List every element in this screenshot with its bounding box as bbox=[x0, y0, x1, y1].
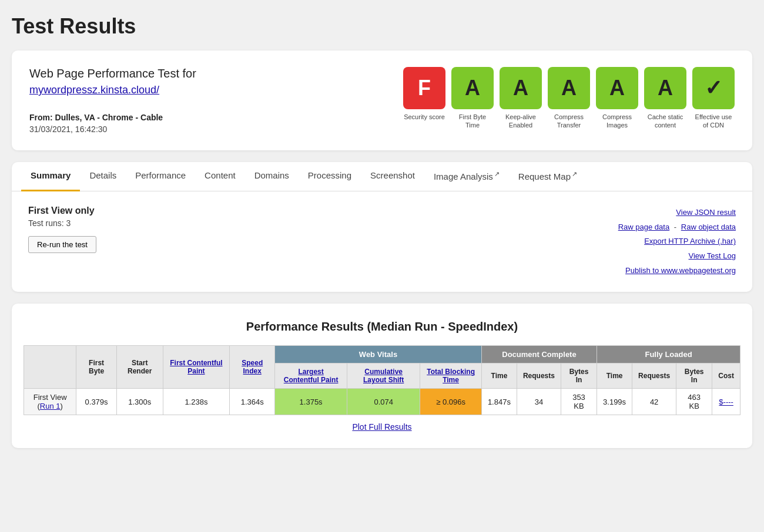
start-render-header: Start Render bbox=[116, 346, 163, 389]
tab-performance[interactable]: Performance bbox=[126, 162, 195, 191]
fully-loaded-header: Fully Loaded bbox=[597, 346, 740, 363]
grade-label-compress-images: Compress Images bbox=[596, 113, 638, 130]
separator: - bbox=[674, 223, 676, 231]
publish-link[interactable]: Publish to www.webpagetest.org bbox=[625, 266, 736, 275]
row-cell-13[interactable]: $---- bbox=[712, 389, 740, 415]
dc-time-header: Time bbox=[481, 363, 517, 389]
row-cell-1: 1.300s bbox=[116, 389, 163, 415]
grade-item-first-byte-time: AFirst Byte Time bbox=[451, 67, 494, 130]
grade-item-compress-images: ACompress Images bbox=[596, 67, 638, 130]
cls-header[interactable]: Cumulative Layout Shift bbox=[347, 363, 420, 389]
grade-label-cache-static: Cache static content bbox=[644, 113, 686, 130]
fl-time-header: Time bbox=[597, 363, 632, 389]
site-url-link[interactable]: mywordpressz.kinsta.cloud/ bbox=[29, 84, 159, 96]
grade-box-keep-alive: A bbox=[500, 67, 542, 109]
test-runs-label: Test runs: bbox=[28, 218, 64, 228]
tab-details[interactable]: Details bbox=[80, 162, 126, 191]
fl-bytes-header: Bytes In bbox=[676, 363, 712, 389]
speed-index-header[interactable]: Speed Index bbox=[230, 346, 275, 389]
grade-item-effective-cdn: ✓Effective use of CDN bbox=[692, 67, 735, 130]
doc-complete-header: Document Complete bbox=[481, 346, 597, 363]
row-cell-5: 0.074 bbox=[347, 389, 420, 415]
grade-item-cache-static: ACache static content bbox=[644, 67, 686, 130]
summary-top: First View only Test runs: 3 Re-run the … bbox=[28, 206, 736, 278]
raw-object-data-link[interactable]: Raw object data bbox=[681, 223, 736, 231]
cost-header: Cost bbox=[712, 363, 740, 389]
perf-title-text: Web Page Performance Test for bbox=[29, 67, 196, 80]
test-runs-value: 3 bbox=[66, 218, 71, 228]
tabs-card: SummaryDetailsPerformanceContentDomainsP… bbox=[12, 162, 752, 292]
row-cell-8: 34 bbox=[517, 389, 561, 415]
grade-box-first-byte-time: A bbox=[451, 67, 494, 109]
tab-content[interactable]: Content bbox=[195, 162, 245, 191]
performance-card: Web Page Performance Test for mywordpres… bbox=[12, 50, 752, 150]
first-byte-header: First Byte bbox=[76, 346, 117, 389]
row-cell-4: 1.375s bbox=[275, 389, 347, 415]
run-link[interactable]: Run 1 bbox=[40, 402, 61, 410]
page-title: Test Results bbox=[12, 14, 752, 39]
grade-label-effective-cdn: Effective use of CDN bbox=[692, 113, 735, 130]
tab-processing[interactable]: Processing bbox=[299, 162, 361, 191]
row-cell-7: 1.847s bbox=[481, 389, 517, 415]
lcp-header[interactable]: Largest Contentful Paint bbox=[275, 363, 347, 389]
grade-label-compress-transfer: Compress Transfer bbox=[548, 113, 590, 130]
row-cell-10: 3.199s bbox=[597, 389, 632, 415]
row-cell-6: ≥ 0.096s bbox=[420, 389, 482, 415]
web-vitals-header: Web Vitals bbox=[275, 346, 482, 363]
plot-full-results-link[interactable]: Plot Full Results bbox=[352, 422, 411, 432]
grade-label-keep-alive: Keep-alive Enabled bbox=[500, 113, 542, 130]
from-value: Dulles, VA - Chrome - Cable bbox=[55, 113, 163, 122]
row-cell-11: 42 bbox=[632, 389, 676, 415]
tabs-nav: SummaryDetailsPerformanceContentDomainsP… bbox=[12, 162, 752, 191]
row-cell-2: 1.238s bbox=[163, 389, 230, 415]
datetime: 31/03/2021, 16:42:30 bbox=[29, 124, 380, 134]
from-label: From: bbox=[29, 113, 53, 122]
tab-image-analysis[interactable]: Image Analysis↗ bbox=[424, 162, 509, 191]
plot-link-container: Plot Full Results bbox=[24, 422, 740, 432]
grade-item-security-score: FSecurity score bbox=[403, 67, 445, 121]
tab-domains[interactable]: Domains bbox=[245, 162, 299, 191]
grade-item-compress-transfer: ACompress Transfer bbox=[548, 67, 590, 130]
raw-page-data-link[interactable]: Raw page data bbox=[618, 223, 669, 231]
meta-info: From: Dulles, VA - Chrome - Cable 31/03/… bbox=[29, 113, 380, 134]
dc-requests-header: Requests bbox=[517, 363, 561, 389]
grade-box-compress-images: A bbox=[596, 67, 638, 109]
row-cell-9: 353 KB bbox=[561, 389, 597, 415]
grade-box-cache-static: A bbox=[644, 67, 686, 109]
summary-right: View JSON result Raw page data - Raw obj… bbox=[618, 206, 736, 278]
view-test-log-link[interactable]: View Test Log bbox=[689, 251, 736, 260]
tbt-header[interactable]: Total Blocking Time bbox=[420, 363, 482, 389]
tab-request-map[interactable]: Request Map↗ bbox=[509, 162, 587, 191]
perf-info: Web Page Performance Test for mywordpres… bbox=[29, 67, 380, 134]
view-label: First View only bbox=[28, 206, 96, 216]
summary-left: First View only Test runs: 3 Re-run the … bbox=[28, 206, 96, 253]
grade-label-security-score: Security score bbox=[404, 113, 445, 121]
export-http-link[interactable]: Export HTTP Archive (.har) bbox=[644, 237, 736, 245]
table-row: First View (Run 1)0.379s1.300s1.238s1.36… bbox=[24, 389, 740, 415]
empty-header bbox=[24, 346, 76, 389]
fl-requests-header: Requests bbox=[632, 363, 676, 389]
tab-screenshot[interactable]: Screenshot bbox=[361, 162, 424, 191]
dc-bytes-header: Bytes In bbox=[561, 363, 597, 389]
grade-label-first-byte-time: First Byte Time bbox=[451, 113, 494, 130]
perf-title: Web Page Performance Test for bbox=[29, 67, 380, 80]
row-cell-3: 1.364s bbox=[230, 389, 275, 415]
fcp-header[interactable]: First Contentful Paint bbox=[163, 346, 230, 389]
grade-box-effective-cdn: ✓ bbox=[692, 67, 735, 109]
results-section: Performance Results (Median Run - SpeedI… bbox=[12, 304, 752, 448]
grade-item-keep-alive: AKeep-alive Enabled bbox=[500, 67, 542, 130]
results-title: Performance Results (Median Run - SpeedI… bbox=[24, 320, 740, 334]
perf-table: First Byte Start Render First Contentful… bbox=[24, 345, 740, 415]
rerun-button[interactable]: Re-run the test bbox=[28, 236, 96, 253]
test-runs: Test runs: 3 bbox=[28, 218, 96, 228]
tabs-content: First View only Test runs: 3 Re-run the … bbox=[12, 191, 752, 292]
view-json-link[interactable]: View JSON result bbox=[676, 208, 736, 217]
grade-box-security-score: F bbox=[403, 67, 445, 109]
row-cell-0: 0.379s bbox=[76, 389, 117, 415]
row-cell-12: 463 KB bbox=[676, 389, 712, 415]
grades-section: FSecurity scoreAFirst Byte TimeAKeep-ali… bbox=[403, 67, 735, 130]
grade-box-compress-transfer: A bbox=[548, 67, 590, 109]
from-info: From: Dulles, VA - Chrome - Cable bbox=[29, 113, 380, 122]
tab-summary[interactable]: Summary bbox=[21, 162, 80, 191]
row-label: First View (Run 1) bbox=[24, 389, 76, 415]
